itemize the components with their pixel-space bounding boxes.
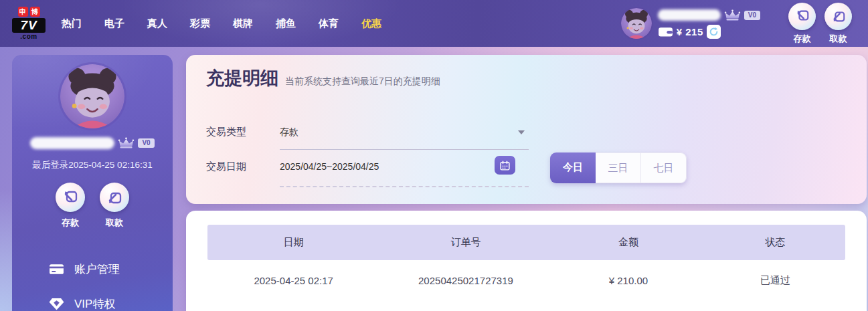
transaction-date-label: 交易日期 — [206, 161, 246, 173]
table-header-date: 日期 — [207, 236, 379, 249]
date-field-underline — [280, 186, 529, 187]
vip-level-badge: V0 — [744, 11, 760, 20]
records-table-card: 日期 订单号 金额 状态 2025-04-25 02:17 2025042502… — [186, 211, 867, 311]
crown-icon — [724, 9, 741, 21]
avatar-illustration — [621, 8, 652, 39]
user-cluster: V0 ¥ 215 — [621, 8, 760, 39]
deposit-label: 存款 — [794, 33, 811, 45]
withdraw-label: 取款 — [830, 33, 847, 45]
transaction-type-label: 交易类型 — [206, 126, 246, 138]
vip-gem-icon — [49, 298, 64, 310]
type-field-underline — [280, 149, 529, 150]
sidebar-deposit-label: 存款 — [62, 217, 79, 229]
sidebar-item-account-management[interactable]: 账户管理 — [49, 251, 173, 286]
sidebar-item-label: VIP特权 — [74, 296, 115, 311]
sidebar-withdraw-circle — [100, 183, 129, 212]
transaction-type-select[interactable]: 存款 — [280, 126, 515, 138]
sidebar-withdraw-label: 取款 — [106, 217, 123, 229]
logo-badge-left: 申 — [18, 7, 28, 17]
table-header-amount: 金额 — [552, 236, 705, 249]
page-title: 充提明细 — [206, 66, 278, 90]
sidebar-deposit-circle — [56, 183, 85, 212]
withdraw-circle — [824, 3, 852, 30]
sidebar-withdraw-button[interactable]: 取款 — [100, 183, 129, 229]
sidebar-item-vip-privileges[interactable]: VIP特权 — [49, 286, 173, 311]
sidebar: V0 最后登录2025-04-25 02:16:31 存款 — [12, 55, 173, 311]
logo-tld: .com — [12, 33, 46, 40]
account-card-icon — [49, 264, 64, 275]
deposit-circle — [788, 3, 816, 30]
wallet-icon — [658, 26, 673, 37]
sidebar-crown-icon — [118, 137, 135, 149]
date-range-group: 今日 三日 七日 — [550, 152, 687, 183]
calendar-icon — [499, 160, 511, 171]
range-three-days-button[interactable]: 三日 — [596, 152, 641, 183]
main-nav: 热门 电子 真人 彩票 棋牌 捕鱼 体育 优惠 — [62, 17, 381, 30]
sidebar-avatar[interactable] — [60, 64, 124, 128]
table-row: 2025-04-25 02:17 20250425021727319 ¥ 210… — [207, 260, 845, 300]
sidebar-withdraw-transfer-icon — [106, 189, 122, 205]
refresh-icon — [709, 27, 719, 37]
nav-item-live[interactable]: 真人 — [147, 17, 167, 30]
refresh-balance-button[interactable] — [707, 25, 721, 39]
nav-item-promotions[interactable]: 优惠 — [361, 17, 381, 30]
sidebar-deposit-button[interactable]: 存款 — [56, 183, 85, 229]
withdraw-button[interactable]: 取款 — [824, 3, 852, 45]
nav-item-slots[interactable]: 电子 — [104, 17, 124, 30]
balance-amount: ¥ 215 — [677, 26, 703, 37]
sidebar-menu: 账户管理 VIP特权 — [12, 251, 173, 311]
sidebar-user-line: V0 — [12, 137, 173, 149]
range-seven-days-button[interactable]: 七日 — [641, 152, 687, 183]
cell-order-number: 20250425021727319 — [379, 275, 551, 286]
avatar[interactable] — [621, 8, 652, 39]
sidebar-item-label: 账户管理 — [74, 262, 120, 277]
table-header-order-number: 订单号 — [379, 236, 551, 249]
chevron-down-icon[interactable] — [518, 130, 525, 134]
table-header-row: 日期 订单号 金额 状态 — [207, 225, 845, 260]
top-navbar: 申 博 7V .com 热门 电子 真人 彩票 棋牌 捕鱼 体育 优惠 — [0, 0, 868, 47]
sidebar-avatar-illustration — [60, 64, 124, 128]
logo-badge-right: 博 — [30, 7, 40, 17]
user-info: V0 ¥ 215 — [658, 9, 760, 39]
sidebar-quick-actions: 存款 取款 — [12, 183, 173, 229]
nav-item-lottery[interactable]: 彩票 — [190, 17, 210, 30]
page-subtitle: 当前系统支持查询最近7日的充提明细 — [285, 76, 440, 88]
logo-word: 7V — [12, 18, 46, 33]
sidebar-deposit-transfer-icon — [62, 189, 78, 205]
logo-badges: 申 博 — [12, 7, 46, 17]
page: 申 博 7V .com 热门 电子 真人 彩票 棋牌 捕鱼 体育 优惠 — [0, 0, 868, 311]
sidebar-vip-level-badge: V0 — [138, 138, 154, 148]
deposit-button[interactable]: 存款 — [788, 3, 816, 45]
cell-status: 已通过 — [705, 274, 845, 287]
nav-item-boardgames[interactable]: 棋牌 — [233, 17, 253, 30]
calendar-picker-button[interactable] — [495, 156, 515, 175]
cell-amount: ¥ 210.00 — [552, 275, 705, 286]
last-login-text: 最后登录2025-04-25 02:16:31 — [12, 159, 173, 171]
username-redacted — [658, 9, 721, 21]
range-today-button[interactable]: 今日 — [550, 152, 596, 183]
cell-date: 2025-04-25 02:17 — [207, 275, 379, 286]
withdraw-transfer-icon — [831, 9, 846, 23]
deposit-transfer-icon — [795, 9, 810, 23]
nav-item-fishing[interactable]: 捕鱼 — [276, 17, 296, 30]
top-actions: 存款 取款 — [788, 3, 852, 45]
filter-panel: 充提明细 当前系统支持查询最近7日的充提明细 交易类型 存款 交易日期 2025… — [186, 55, 867, 204]
site-logo[interactable]: 申 博 7V .com — [12, 7, 46, 40]
nav-item-hot[interactable]: 热门 — [62, 17, 82, 30]
table-header-status: 状态 — [705, 236, 845, 249]
sidebar-username-redacted — [30, 137, 114, 149]
nav-item-sports[interactable]: 体育 — [319, 17, 339, 30]
transaction-date-input[interactable]: 2025/04/25~2025/04/25 — [280, 161, 474, 172]
